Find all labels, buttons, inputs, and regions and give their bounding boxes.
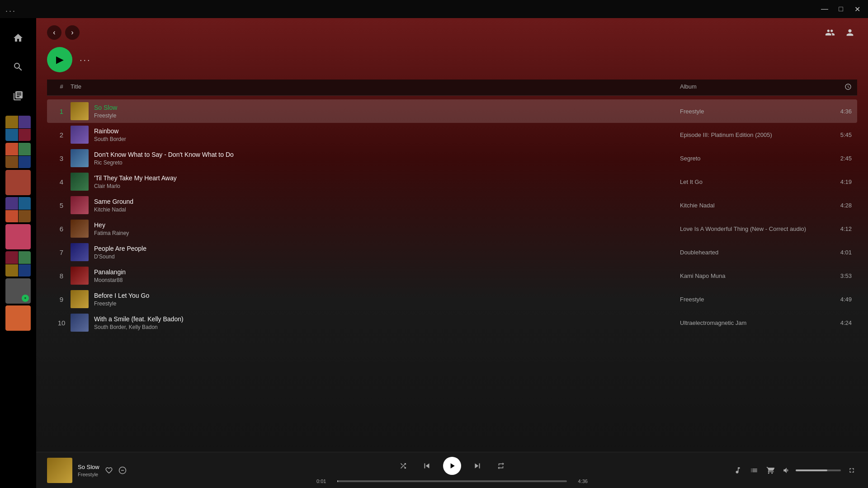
track-artist: Moonstar88 xyxy=(94,277,126,283)
sidebar-item-home[interactable] xyxy=(5,25,31,51)
track-info: Same Ground Kitchie Nadal xyxy=(71,196,680,214)
track-duration: 5:45 xyxy=(816,131,852,138)
header-duration-icon xyxy=(816,83,852,92)
list-item[interactable]: + xyxy=(5,278,31,304)
table-row[interactable]: 9 Before I Let You Go Freestyle Freestyl… xyxy=(47,287,857,311)
app-body: + ‹ › xyxy=(0,18,868,488)
now-playing-art xyxy=(47,458,72,483)
list-item[interactable] xyxy=(5,251,31,277)
list-item[interactable] xyxy=(5,170,31,195)
main-content: ‹ › ▶ ··· # Title Albu xyxy=(36,18,868,488)
track-info: 'Til They Take My Heart Away Clair Marlo xyxy=(71,173,680,191)
track-duration: 4:19 xyxy=(816,178,852,185)
list-item[interactable] xyxy=(5,143,31,168)
track-art xyxy=(71,126,89,144)
track-duration: 2:45 xyxy=(816,155,852,162)
sidebar-item-library[interactable] xyxy=(5,83,31,108)
play-button[interactable]: ▶ xyxy=(47,47,72,72)
like-button[interactable] xyxy=(105,466,113,474)
track-text: People Are People D'Sound xyxy=(94,245,146,260)
back-button[interactable]: ‹ xyxy=(47,25,61,40)
track-number: 6 xyxy=(52,225,71,233)
volume-fill xyxy=(796,469,827,471)
track-album: Kami Napo Muna xyxy=(680,272,816,279)
maximize-button[interactable]: □ xyxy=(835,4,846,14)
track-album: Doublehearted xyxy=(680,249,816,256)
queue-button[interactable] xyxy=(749,465,760,476)
track-artist: Ric Segreto xyxy=(94,160,234,166)
table-row[interactable]: 6 Hey Fatima Rainey Love Is A Wonderful … xyxy=(47,217,857,240)
header-title: Title xyxy=(71,83,680,92)
table-row[interactable]: 3 Don't Know What to Say - Don't Know Wh… xyxy=(47,146,857,170)
connect-button[interactable] xyxy=(765,465,776,476)
table-row[interactable]: 2 Rainbow South Border Episode III: Plat… xyxy=(47,123,857,146)
track-list-header: # Title Album xyxy=(47,80,857,96)
track-number: 1 xyxy=(52,108,71,115)
track-info: Hey Fatima Rainey xyxy=(71,220,680,238)
now-playing: So Slow Freestyle xyxy=(47,458,174,483)
volume-area xyxy=(781,465,841,476)
forward-button[interactable]: › xyxy=(65,25,80,40)
sidebar: + xyxy=(0,18,36,488)
remove-button[interactable] xyxy=(118,466,127,474)
track-name: So Slow xyxy=(94,104,117,111)
track-text: Don't Know What to Say - Don't Know What… xyxy=(94,151,234,166)
table-row[interactable]: 8 Panalangin Moonstar88 Kami Napo Muna 3… xyxy=(47,264,857,287)
title-bar-dots: ... xyxy=(5,5,16,14)
next-button[interactable] xyxy=(470,459,485,473)
previous-button[interactable] xyxy=(420,459,434,473)
more-options-button[interactable]: ··· xyxy=(80,55,91,65)
progress-bar[interactable] xyxy=(337,480,567,482)
profile-button[interactable] xyxy=(843,25,857,40)
track-artist: Clair Marlo xyxy=(94,183,177,189)
table-row[interactable]: 10 With a Smile (feat. Kelly Badon) Sout… xyxy=(47,311,857,334)
title-bar-controls: — □ ✕ xyxy=(819,4,863,14)
close-button[interactable]: ✕ xyxy=(852,4,863,14)
now-playing-actions xyxy=(105,466,127,474)
track-text: So Slow Freestyle xyxy=(94,104,117,119)
volume-button[interactable] xyxy=(781,465,792,476)
play-icon: ▶ xyxy=(56,54,64,66)
table-row[interactable]: 5 Same Ground Kitchie Nadal Kitchie Nada… xyxy=(47,193,857,217)
table-row[interactable]: 4 'Til They Take My Heart Away Clair Mar… xyxy=(47,170,857,193)
table-row[interactable]: 7 People Are People D'Sound Doublehearte… xyxy=(47,240,857,264)
track-number: 8 xyxy=(52,272,71,280)
shuffle-button[interactable] xyxy=(396,459,410,473)
track-text: Hey Fatima Rainey xyxy=(94,221,129,236)
track-number: 3 xyxy=(52,155,71,162)
list-item[interactable] xyxy=(5,224,31,249)
track-duration: 4:24 xyxy=(816,319,852,326)
minimize-button[interactable]: — xyxy=(819,4,830,14)
track-info: With a Smile (feat. Kelly Badon) South B… xyxy=(71,314,680,332)
track-duration: 4:12 xyxy=(816,225,852,232)
list-item[interactable] xyxy=(5,197,31,222)
track-art xyxy=(71,196,89,214)
volume-bar[interactable] xyxy=(796,469,841,471)
friends-button[interactable] xyxy=(823,25,837,40)
list-item[interactable] xyxy=(5,116,31,141)
table-row[interactable]: 1 So Slow Freestyle Freestyle 4:36 xyxy=(47,99,857,123)
track-artist: Kitchie Nadal xyxy=(94,206,133,213)
player-right xyxy=(731,465,857,476)
track-info: Before I Let You Go Freestyle xyxy=(71,290,680,308)
sidebar-item-search[interactable] xyxy=(5,54,31,80)
track-art xyxy=(71,243,89,261)
play-pause-button[interactable] xyxy=(443,457,461,475)
list-item[interactable] xyxy=(5,305,31,331)
fullscreen-button[interactable] xyxy=(846,465,857,476)
track-album: Love Is A Wonderful Thing (New - Correct… xyxy=(680,225,816,232)
top-right-controls xyxy=(823,25,857,40)
repeat-button[interactable] xyxy=(494,459,508,473)
total-time: 4:36 xyxy=(571,479,588,484)
track-rows: 1 So Slow Freestyle Freestyle 4:36 2 Rai… xyxy=(47,99,857,334)
sidebar-playlists: + xyxy=(0,116,36,331)
track-list-container[interactable]: # Title Album 1 So Slow Freestyle Freest… xyxy=(36,80,868,452)
track-album: Episode III: Platinum Edition (2005) xyxy=(680,131,816,138)
track-text: 'Til They Take My Heart Away Clair Marlo xyxy=(94,174,177,189)
track-info: Don't Know What to Say - Don't Know What… xyxy=(71,149,680,167)
track-number: 10 xyxy=(52,319,71,327)
track-duration: 4:36 xyxy=(816,108,852,115)
track-name: Rainbow xyxy=(94,127,126,135)
track-number: 9 xyxy=(52,296,71,303)
lyrics-button[interactable] xyxy=(732,465,743,476)
